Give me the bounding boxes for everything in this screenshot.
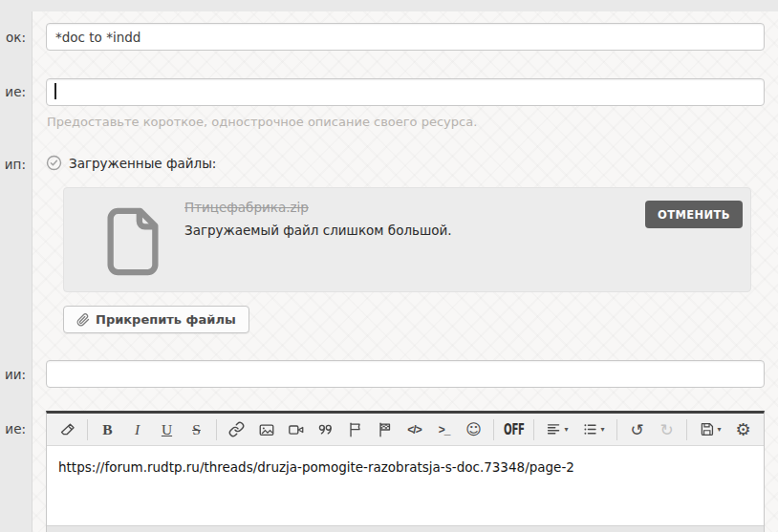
- image-icon: [258, 421, 275, 438]
- uploaded-file-panel: Птицефабрика.zip Загружаемый файл слишко…: [63, 187, 751, 292]
- editor-resize-bar[interactable]: [47, 525, 764, 532]
- quote-icon: [317, 421, 335, 438]
- flag-icon: [347, 421, 364, 438]
- toolbar-separator: [216, 419, 217, 440]
- insert-image-button[interactable]: [251, 417, 281, 442]
- field-label-title: ок:: [0, 30, 26, 45]
- strikethrough-button[interactable]: S: [182, 417, 211, 442]
- attach-files-button[interactable]: Прикрепить файлы: [63, 306, 249, 333]
- inline-code-button[interactable]: >_: [429, 417, 459, 442]
- undo-icon: ↺: [630, 420, 643, 439]
- eraser-icon: [59, 421, 76, 438]
- redo-button[interactable]: ↻: [652, 417, 681, 442]
- chevron-down-icon: ▾: [600, 425, 604, 434]
- check-circle-icon: [46, 155, 62, 171]
- insert-media-button[interactable]: [281, 417, 311, 442]
- list-icon: [582, 421, 598, 437]
- field-label-type: ип:: [0, 157, 26, 172]
- chevron-down-icon: ▾: [717, 425, 721, 434]
- smiley-icon: ☺: [465, 420, 482, 438]
- toolbar-separator: [87, 419, 88, 440]
- bold-button[interactable]: B: [93, 417, 122, 442]
- underline-button[interactable]: U: [152, 417, 182, 442]
- message-editor: B I U S: [46, 411, 765, 532]
- redo-icon: ↻: [659, 420, 673, 439]
- editor-toolbar: B I U S: [47, 414, 764, 446]
- bbcode-off-label: OFF: [504, 421, 525, 438]
- flag-button[interactable]: [340, 417, 370, 442]
- editor-text: https://forum.rudtp.ru/threads/druzja-po…: [58, 459, 752, 475]
- list-button[interactable]: ▾: [575, 417, 612, 442]
- field-label-message: ие:: [0, 421, 26, 436]
- checkered-flag-button[interactable]: [370, 417, 400, 442]
- quote-button[interactable]: [311, 417, 340, 442]
- alignment-button[interactable]: ▾: [539, 417, 575, 442]
- editor-settings-button[interactable]: ⚙: [728, 417, 758, 442]
- tagline-input[interactable]: [46, 78, 765, 106]
- gear-icon: ⚙: [735, 419, 750, 439]
- paperclip-icon: [76, 313, 90, 327]
- uploaded-filename: Птицефабрика.zip: [184, 200, 309, 215]
- cancel-upload-button[interactable]: ОТМЕНИТЬ: [645, 201, 743, 228]
- floppy-save-icon: [699, 421, 715, 437]
- italic-button[interactable]: I: [122, 417, 152, 442]
- editor-body[interactable]: https://forum.rudtp.ru/threads/druzja-po…: [47, 446, 764, 525]
- tagline-hint: Предоставьте короткое, однострочное опис…: [47, 115, 477, 129]
- code-button[interactable]: </>: [400, 417, 429, 442]
- upload-error-text: Загружаемый файл слишком большой.: [184, 223, 452, 238]
- version-input[interactable]: [46, 360, 765, 388]
- field-label-tagline: ие:: [0, 84, 26, 99]
- checkered-flag-icon: [377, 421, 394, 438]
- file-icon: [102, 207, 163, 276]
- toolbar-separator: [493, 419, 494, 440]
- text-cursor: [54, 83, 56, 99]
- resource-type-row: Загруженные файлы:: [46, 155, 216, 171]
- attach-files-label: Прикрепить файлы: [96, 312, 236, 327]
- link-icon: [228, 421, 245, 437]
- remove-format-button[interactable]: [53, 417, 82, 442]
- type-option-label: Загруженные файлы:: [69, 156, 216, 171]
- toolbar-separator: [686, 419, 687, 440]
- toolbar-separator: [533, 419, 534, 440]
- align-left-icon: [546, 421, 562, 437]
- drafts-button[interactable]: ▾: [692, 417, 728, 442]
- resource-form: ок: ие: ип: ии: ие: Предоставьте коротко…: [0, 0, 778, 532]
- undo-button[interactable]: ↺: [622, 417, 652, 442]
- toolbar-separator: [616, 419, 617, 440]
- video-camera-icon: [288, 421, 305, 438]
- field-label-version: ии:: [0, 367, 26, 382]
- chevron-down-icon: ▾: [564, 425, 568, 434]
- title-input[interactable]: [46, 23, 765, 51]
- link-button[interactable]: [222, 417, 251, 442]
- bbcode-toggle-button[interactable]: OFF: [499, 417, 529, 442]
- smilies-button[interactable]: ☺: [459, 417, 488, 442]
